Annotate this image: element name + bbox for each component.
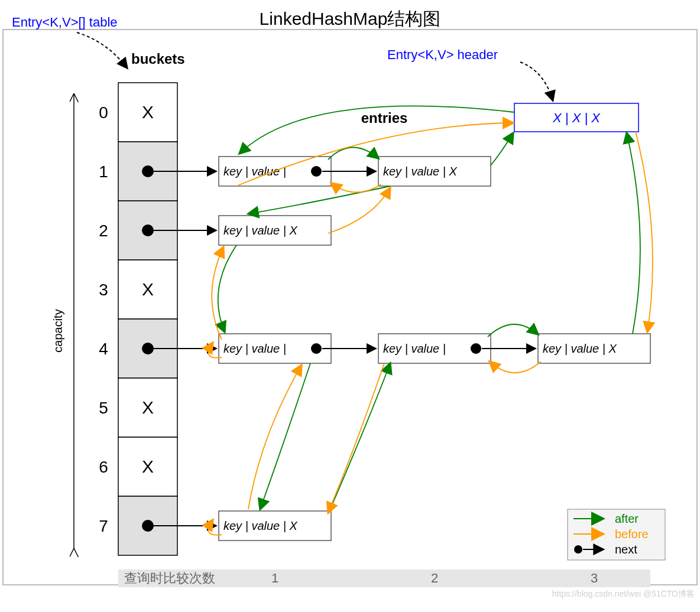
svg-point-21 — [142, 343, 154, 354]
entry-4b: key | value | — [378, 334, 491, 363]
svg-text:3: 3 — [591, 571, 598, 585]
header-node: X | X | X — [514, 103, 639, 132]
entry-7a: key | value | X — [219, 511, 331, 541]
svg-text:4: 4 — [99, 340, 108, 358]
svg-text:key | value |  X: key | value | X — [543, 342, 617, 355]
svg-text:7: 7 — [99, 517, 108, 535]
svg-text:key | value |: key | value | — [223, 342, 286, 355]
svg-text:key | value |  X: key | value | X — [223, 224, 298, 237]
legend: after before next — [568, 509, 665, 560]
svg-text:3: 3 — [99, 281, 108, 299]
svg-text:X: X — [142, 398, 154, 417]
svg-point-31 — [311, 166, 322, 177]
svg-text:X  |  X  |  X: X | X | X — [552, 110, 601, 125]
footer-bar: 查询时比较次数 1 2 3 — [118, 569, 650, 587]
svg-text:X: X — [142, 457, 154, 476]
svg-text:before: before — [615, 528, 649, 541]
svg-text:2: 2 — [99, 222, 108, 240]
svg-text:1: 1 — [99, 162, 108, 181]
entries-label: entries — [361, 110, 408, 126]
table-pointer — [77, 32, 127, 68]
entry-4c: key | value | X — [538, 334, 650, 363]
svg-text:after: after — [615, 512, 639, 525]
svg-point-24 — [142, 520, 154, 532]
diagram-title: LinkedHashMap结构图 — [260, 9, 441, 28]
svg-point-38 — [311, 343, 322, 354]
svg-text:capacity: capacity — [51, 309, 64, 352]
bucket-array — [118, 83, 177, 555]
svg-text:key | value |: key | value | — [383, 342, 446, 355]
svg-text:6: 6 — [99, 458, 108, 476]
svg-point-63 — [574, 545, 582, 554]
entry-1b: key | value | X — [378, 157, 491, 186]
watermark: https://blog.csdn.net/wei @51CTO博客 — [552, 589, 695, 598]
svg-text:next: next — [615, 543, 637, 556]
diagram-canvas: LinkedHashMap结构图 Entry<K,V>[] table Entr… — [0, 0, 700, 612]
svg-text:X: X — [142, 102, 154, 122]
buckets-label: buckets — [131, 51, 185, 67]
entry-2a: key | value | X — [219, 216, 331, 245]
header-pointer — [520, 62, 553, 100]
header-label: Entry<K,V> header — [387, 47, 498, 62]
svg-text:0: 0 — [99, 103, 108, 122]
table-label: Entry<K,V>[] table — [12, 15, 118, 30]
svg-text:1: 1 — [271, 571, 278, 585]
svg-text:X: X — [142, 279, 154, 299]
capacity-arrow: capacity — [51, 95, 74, 549]
svg-text:2: 2 — [431, 571, 438, 585]
bucket-indices: 0 1 2 3 4 5 6 7 — [99, 103, 108, 535]
svg-text:key | value |: key | value | — [223, 165, 286, 178]
entry-4a: key | value | — [219, 334, 331, 363]
svg-point-19 — [142, 224, 154, 236]
svg-point-41 — [471, 343, 481, 354]
svg-text:key | value |  X: key | value | X — [223, 519, 298, 532]
svg-point-18 — [142, 165, 154, 177]
svg-text:5: 5 — [99, 399, 108, 417]
svg-text:查询时比较次数: 查询时比较次数 — [124, 571, 215, 585]
svg-text:key | value |  X: key | value | X — [383, 165, 458, 178]
